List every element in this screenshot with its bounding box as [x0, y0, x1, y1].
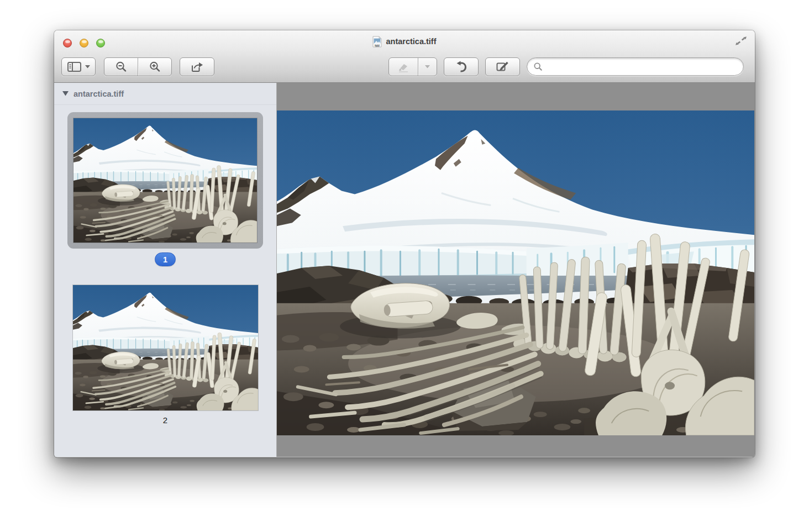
sidebar-document-label: antarctica.tiff: [73, 89, 124, 98]
zoom-in-button[interactable]: [138, 58, 171, 76]
thumbnail-image-2: [73, 285, 258, 410]
share-button[interactable]: [180, 57, 214, 76]
thumbnail-image-1: [73, 118, 257, 243]
rotate-left-icon: [455, 61, 467, 73]
page-number-badge: 1: [155, 252, 176, 266]
page-number-label: 2: [163, 415, 167, 425]
markup-button[interactable]: [485, 57, 520, 76]
highlight-dropdown-button[interactable]: [418, 58, 437, 76]
highlight-button[interactable]: [389, 58, 418, 76]
share-icon: [191, 61, 204, 72]
magnifier-minus-icon: [115, 61, 128, 73]
highlighter-icon: [398, 62, 409, 72]
window-chrome: TIFF antarctica.tiff: [54, 30, 755, 83]
antarctica-photo: [277, 110, 754, 435]
zoom-segmented-control: [104, 57, 172, 76]
fullscreen-arrows-icon[interactable]: [735, 36, 747, 46]
preview-window: TIFF antarctica.tiff: [54, 30, 755, 457]
magnifier-plus-icon: [149, 61, 161, 73]
thumbnail-sidebar: antarctica.tiff 1 2: [54, 83, 277, 457]
sidebar-document-header[interactable]: antarctica.tiff: [54, 83, 276, 105]
chevron-down-icon: [85, 65, 90, 69]
search-input[interactable]: [546, 62, 737, 71]
chevron-down-icon: [425, 65, 430, 69]
view-options-button[interactable]: [61, 57, 96, 76]
thumbnail-page-1-selected[interactable]: [67, 112, 263, 249]
doc-icon-label: TIFF: [375, 44, 380, 47]
highlight-segmented-control: [388, 57, 437, 76]
search-field[interactable]: [527, 57, 744, 76]
window-title: antarctica.tiff: [386, 37, 436, 46]
search-icon: [534, 62, 542, 71]
titlebar: TIFF antarctica.tiff: [54, 35, 755, 48]
tiff-document-icon: TIFF: [372, 36, 382, 48]
window-content: antarctica.tiff 1 2: [54, 83, 755, 457]
markup-pencil-icon: [496, 61, 509, 72]
thumbnail-page-2[interactable]: [73, 285, 258, 410]
triangle-down-icon: [62, 91, 69, 96]
sidebar-view-icon: [67, 62, 82, 72]
main-canvas: [277, 83, 755, 457]
rotate-left-button[interactable]: [444, 57, 479, 76]
zoom-out-button[interactable]: [104, 58, 138, 76]
